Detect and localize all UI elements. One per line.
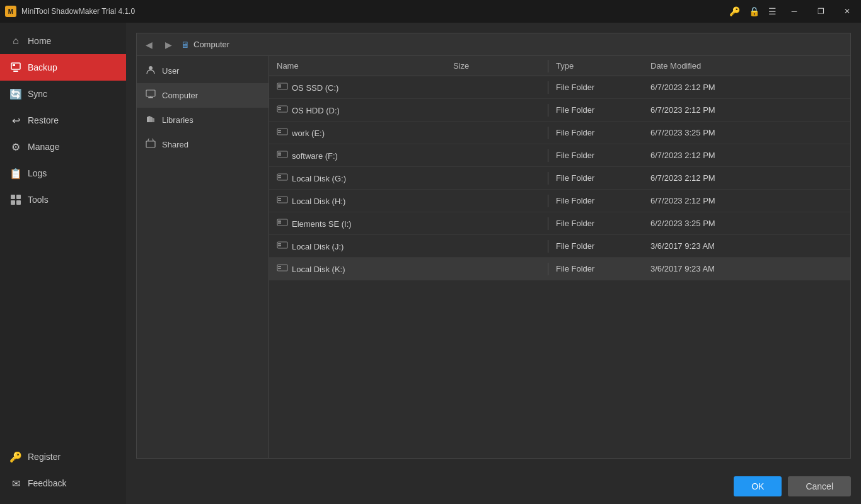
sidebar-item-logs[interactable]: 📋 Logs bbox=[0, 160, 126, 186]
file-type: File Folder bbox=[556, 241, 650, 251]
restore-button[interactable]: ❐ bbox=[812, 5, 829, 18]
panel-item-computer[interactable]: Computer bbox=[137, 83, 269, 108]
computer-breadcrumb-icon: 🖥 bbox=[181, 40, 190, 50]
drive-icon bbox=[277, 263, 288, 272]
table-row[interactable]: Local Disk (J:) File Folder 3/6/2017 9:2… bbox=[269, 235, 850, 258]
header-type: Type bbox=[556, 61, 650, 71]
file-date: 6/7/2023 2:12 PM bbox=[650, 105, 843, 115]
computer-panel-icon bbox=[146, 89, 156, 101]
file-name: Local Disk (G:) bbox=[277, 173, 453, 183]
svg-rect-29 bbox=[278, 200, 281, 201]
user-panel-icon bbox=[146, 65, 156, 77]
svg-rect-37 bbox=[278, 266, 281, 267]
drive-icon bbox=[277, 150, 288, 159]
sidebar-item-register-label: Register bbox=[28, 452, 61, 462]
browser-toolbar: ◀ ▶ 🖥 Computer bbox=[137, 33, 850, 56]
sidebar-item-manage-label: Manage bbox=[28, 142, 60, 152]
file-date: 6/7/2023 3:25 PM bbox=[650, 128, 843, 137]
file-list: Name Size Type Date Modified OS SSD (C:)… bbox=[269, 56, 850, 458]
file-list-header: Name Size Type Date Modified bbox=[269, 56, 850, 76]
sidebar-item-manage[interactable]: ⚙ Manage bbox=[0, 134, 126, 160]
sidebar-item-sync-label: Sync bbox=[28, 89, 47, 99]
file-name: OS HDD (D:) bbox=[277, 105, 453, 115]
drive-icon bbox=[277, 127, 288, 136]
file-date: 6/7/2023 2:12 PM bbox=[650, 196, 843, 205]
sidebar-item-register[interactable]: 🔑 Register bbox=[0, 444, 126, 470]
svg-rect-14 bbox=[278, 86, 281, 88]
svg-rect-19 bbox=[278, 130, 281, 131]
file-date: 3/6/2017 9:23 AM bbox=[650, 264, 843, 273]
header-date: Date Modified bbox=[650, 61, 843, 71]
file-date: 6/7/2023 2:12 PM bbox=[650, 151, 843, 160]
file-type: File Folder bbox=[556, 173, 650, 183]
panel-item-libraries[interactable]: Libraries bbox=[137, 108, 269, 132]
dialog-area: ◀ ▶ 🖥 Computer Use bbox=[126, 23, 861, 469]
table-row[interactable]: OS HDD (D:) File Folder 6/7/2023 2:12 PM bbox=[269, 99, 850, 122]
panel-item-computer-label: Computer bbox=[162, 91, 198, 100]
row-divider bbox=[548, 217, 548, 230]
menu-icon[interactable]: ☰ bbox=[768, 6, 777, 16]
ok-button[interactable]: OK bbox=[734, 476, 782, 496]
svg-rect-32 bbox=[278, 222, 281, 224]
file-date: 6/2/2023 3:25 PM bbox=[650, 219, 843, 228]
sidebar-item-home[interactable]: ⌂ Home bbox=[0, 28, 126, 54]
row-divider bbox=[548, 81, 548, 94]
file-type: File Folder bbox=[556, 105, 650, 115]
svg-rect-26 bbox=[278, 177, 281, 178]
file-rows-container: OS SSD (C:) File Folder 6/7/2023 2:12 PM… bbox=[269, 76, 850, 280]
table-row[interactable]: software (F:) File Folder 6/7/2023 2:12 … bbox=[269, 144, 850, 167]
svg-rect-35 bbox=[278, 245, 281, 246]
sidebar-item-backup[interactable]: Backup bbox=[0, 54, 126, 81]
file-type: File Folder bbox=[556, 128, 650, 137]
file-date: 6/7/2023 2:12 PM bbox=[650, 83, 843, 92]
header-divider bbox=[548, 60, 548, 72]
titlebar-left: M MiniTool ShadowMaker Trial 4.1.0 bbox=[5, 6, 135, 17]
table-row[interactable]: work (E:) File Folder 6/7/2023 3:25 PM bbox=[269, 122, 850, 144]
table-row[interactable]: OS SSD (C:) File Folder 6/7/2023 2:12 PM bbox=[269, 76, 850, 99]
file-date: 3/6/2017 9:23 AM bbox=[650, 241, 843, 251]
svg-rect-34 bbox=[278, 243, 281, 244]
manage-icon: ⚙ bbox=[10, 141, 21, 152]
lock-icon[interactable]: 🔒 bbox=[749, 6, 760, 16]
svg-rect-38 bbox=[278, 268, 281, 269]
register-icon: 🔑 bbox=[10, 451, 21, 462]
minimize-button[interactable]: ─ bbox=[785, 5, 803, 18]
table-row[interactable]: Local Disk (G:) File Folder 6/7/2023 2:1… bbox=[269, 167, 850, 190]
back-button[interactable]: ◀ bbox=[142, 38, 156, 51]
forward-button[interactable]: ▶ bbox=[161, 38, 176, 51]
sidebar-item-sync[interactable]: 🔄 Sync bbox=[0, 81, 126, 107]
backup-icon bbox=[10, 62, 21, 73]
panel-item-shared[interactable]: Shared bbox=[137, 132, 269, 157]
table-row[interactable]: Local Disk (K:) File Folder 3/6/2017 9:2… bbox=[269, 258, 850, 280]
row-divider bbox=[548, 263, 548, 275]
row-divider bbox=[548, 172, 548, 185]
titlebar-right: 🔑 🔒 ☰ ─ ❐ ✕ bbox=[729, 5, 856, 18]
key-icon[interactable]: 🔑 bbox=[729, 6, 740, 16]
sidebar-item-feedback[interactable]: ✉ Feedback bbox=[0, 470, 126, 496]
svg-rect-4 bbox=[16, 195, 21, 199]
panel-item-user[interactable]: User bbox=[137, 59, 269, 83]
sidebar-item-tools[interactable]: Tools bbox=[0, 186, 126, 213]
table-row[interactable]: Local Disk (H:) File Folder 6/7/2023 2:1… bbox=[269, 190, 850, 212]
logs-icon: 📋 bbox=[10, 168, 21, 179]
drive-icon bbox=[277, 82, 288, 91]
file-type: File Folder bbox=[556, 264, 650, 273]
panel-item-user-label: User bbox=[162, 66, 179, 76]
row-divider bbox=[548, 240, 548, 253]
cancel-button[interactable]: Cancel bbox=[788, 476, 851, 496]
svg-rect-6 bbox=[16, 200, 21, 205]
tools-icon bbox=[10, 194, 21, 205]
sidebar-item-restore[interactable]: ↩ Restore bbox=[0, 107, 126, 134]
svg-rect-2 bbox=[13, 71, 18, 72]
row-divider bbox=[548, 104, 548, 117]
header-size: Size bbox=[453, 61, 548, 71]
file-type: File Folder bbox=[556, 83, 650, 92]
table-row[interactable]: Elements SE (I:) File Folder 6/2/2023 3:… bbox=[269, 212, 850, 235]
svg-rect-20 bbox=[278, 132, 281, 133]
svg-rect-5 bbox=[11, 200, 15, 205]
file-name: Local Disk (H:) bbox=[277, 195, 453, 206]
svg-rect-22 bbox=[278, 152, 281, 154]
file-type: File Folder bbox=[556, 219, 650, 228]
close-button[interactable]: ✕ bbox=[838, 5, 856, 18]
sync-icon: 🔄 bbox=[10, 88, 21, 100]
